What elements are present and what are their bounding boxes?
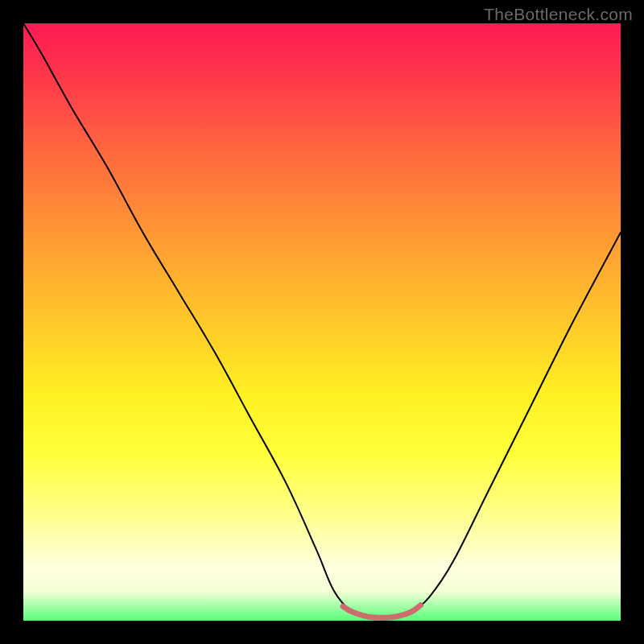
plot-area bbox=[23, 23, 621, 621]
watermark-text: TheBottleneck.com bbox=[484, 5, 633, 24]
bottleneck-curve bbox=[23, 23, 621, 617]
optimal-region-marker bbox=[343, 605, 420, 618]
curve-layer bbox=[23, 23, 621, 621]
chart-frame: TheBottleneck.com bbox=[0, 0, 644, 644]
